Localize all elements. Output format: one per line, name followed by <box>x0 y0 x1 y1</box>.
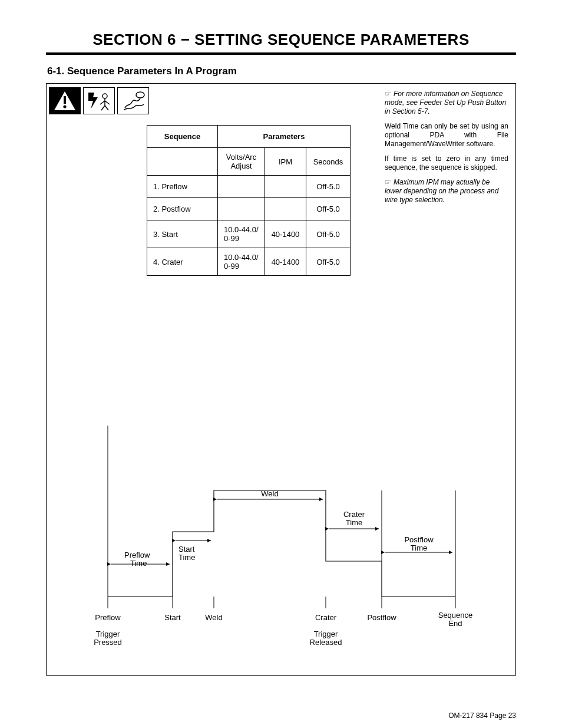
cell-va <box>218 198 265 220</box>
label-trigger-released2: Released <box>310 638 342 647</box>
label-weld-evt: Weld <box>205 613 222 622</box>
label-postflow-evt: Postflow <box>367 613 396 622</box>
parameters-table: Sequence Parameters Volts/Arc Adjust IPM… <box>147 125 351 276</box>
note-item: ☞Maximum IPM may actually be lower depen… <box>385 178 508 205</box>
cell-ipm: 40-1400 <box>265 220 306 248</box>
label-start: Start <box>164 613 181 622</box>
label-start-time2: Time <box>178 553 195 562</box>
svg-point-2 <box>63 105 66 108</box>
label-crater: Crater <box>315 613 337 622</box>
cell-va: 10.0-44.0/ 0-99 <box>218 220 265 248</box>
title-rule <box>46 52 516 55</box>
svg-point-3 <box>103 94 107 98</box>
label-preflow-time2: Time <box>130 559 147 568</box>
cell-va <box>218 176 265 198</box>
pointer-icon: ☞ <box>385 178 391 186</box>
col-ipm: IPM <box>265 148 306 176</box>
cell-sec: Off-5.0 <box>306 198 351 220</box>
col-sequence: Sequence <box>147 126 218 148</box>
label-trigger-released: Trigger <box>314 630 338 638</box>
label-crater-time2: Time <box>346 518 362 527</box>
cell-va: 10.0-44.0/ 0-99 <box>218 248 265 276</box>
fumes-icon <box>117 87 149 114</box>
label-crater-time: Crater <box>343 510 365 519</box>
note-item: If time is set to zero in any timed sequ… <box>385 154 508 172</box>
sequence-diagram: Weld Preflow Time Start Time Crater Time… <box>55 414 503 667</box>
table-row: 1. Preflow Off-5.0 <box>147 176 351 198</box>
content-frame: Sequence Parameters Volts/Arc Adjust IPM… <box>46 83 516 676</box>
cell-seq: 1. Preflow <box>147 176 218 198</box>
electric-shock-icon <box>83 87 115 114</box>
cell-ipm <box>265 176 306 198</box>
table-row: Volts/Arc Adjust IPM Seconds <box>147 148 351 176</box>
pointer-icon: ☞ <box>385 90 391 98</box>
side-notes: ☞For more information on Sequence mode, … <box>385 90 508 210</box>
note-item: ☞For more information on Sequence mode, … <box>385 90 508 116</box>
label-start-time: Start <box>178 545 195 554</box>
table-row: 4. Crater 10.0-44.0/ 0-99 40-1400 Off-5.… <box>147 248 351 276</box>
note-item: Weld Time can only be set by using an op… <box>385 122 508 149</box>
label-preflow-time: Preflow <box>124 551 150 559</box>
cell-sec: Off-5.0 <box>306 220 351 248</box>
cell-ipm <box>265 198 306 220</box>
cell-seq: 3. Start <box>147 220 218 248</box>
col-seconds: Seconds <box>306 148 351 176</box>
svg-point-4 <box>136 92 144 98</box>
table-row: 3. Start 10.0-44.0/ 0-99 40-1400 Off-5.0 <box>147 220 351 248</box>
page-title: SECTION 6 − SETTING SEQUENCE PARAMETERS <box>0 0 562 52</box>
cell-seq: 2. Postflow <box>147 198 218 220</box>
cell-sec: Off-5.0 <box>306 248 351 276</box>
label-preflow: Preflow <box>95 613 121 622</box>
page-footer: OM-217 834 Page 23 <box>448 711 516 720</box>
label-weld: Weld <box>261 489 278 498</box>
table-row: Sequence Parameters <box>147 126 351 148</box>
col-parameters: Parameters <box>218 126 351 148</box>
label-trigger-pressed: Trigger <box>96 630 120 638</box>
cell-seq: 4. Crater <box>147 248 218 276</box>
svg-rect-1 <box>64 96 66 104</box>
label-postflow-time: Postflow <box>404 535 434 544</box>
label-trigger-pressed2: Pressed <box>94 638 122 647</box>
warning-icon <box>49 87 81 114</box>
cell-ipm: 40-1400 <box>265 248 306 276</box>
col-volts-arc: Volts/Arc Adjust <box>218 148 265 176</box>
label-seq-end2: End <box>448 619 462 628</box>
section-subheading: 6-1. Sequence Parameters In A Program <box>47 65 562 77</box>
label-postflow-time2: Time <box>411 543 427 552</box>
label-seq-end: Sequence <box>438 611 473 620</box>
table-row: 2. Postflow Off-5.0 <box>147 198 351 220</box>
cell-sec: Off-5.0 <box>306 176 351 198</box>
